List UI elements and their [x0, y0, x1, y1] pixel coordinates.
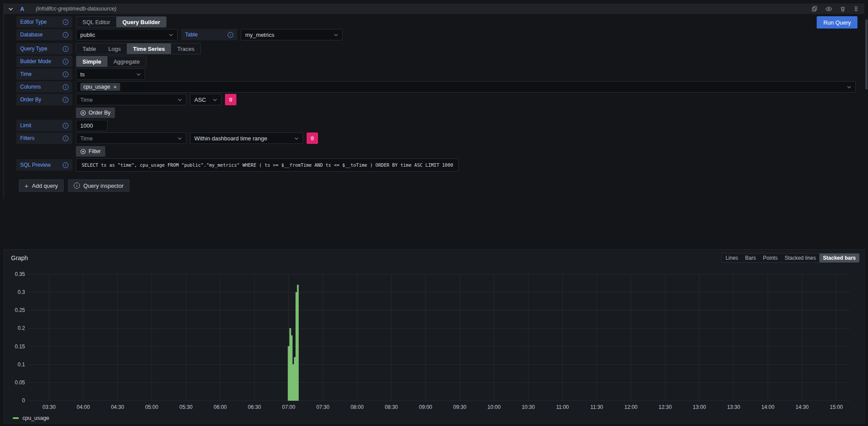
svg-text:0.15: 0.15 — [15, 344, 25, 350]
info-icon[interactable]: i — [63, 59, 68, 64]
chevron-down-icon — [137, 72, 140, 75]
info-icon[interactable]: i — [63, 162, 68, 168]
svg-text:13:30: 13:30 — [727, 404, 740, 410]
panel-title: Graph — [8, 254, 28, 261]
database-value: public — [80, 32, 95, 38]
builder-mode-label-box: Builder Mode i — [16, 56, 72, 67]
svg-text:10:30: 10:30 — [522, 404, 535, 410]
filter-column-value: Time — [80, 135, 93, 142]
database-select[interactable]: public — [76, 29, 178, 40]
builder-mode-toggle: Simple Aggregate — [76, 56, 146, 67]
svg-text:08:00: 08:00 — [350, 404, 364, 410]
chevron-down-icon — [169, 32, 173, 36]
query-row-actions — [811, 5, 859, 13]
query-type-option-time-series[interactable]: Time Series — [127, 43, 171, 54]
legend-series-swatch — [13, 417, 19, 419]
svg-text:14:30: 14:30 — [796, 404, 809, 410]
chevron-down-icon — [178, 97, 182, 100]
svg-text:11:00: 11:00 — [556, 404, 569, 410]
database-row: Database i public Table i my_metrics — [16, 29, 856, 40]
add-order-by-button[interactable]: Order By — [76, 107, 115, 118]
order-by-column-select[interactable]: Time — [76, 94, 186, 105]
svg-text:0.25: 0.25 — [15, 307, 25, 313]
mode-lines[interactable]: Lines — [722, 254, 742, 262]
remove-order-by-button[interactable] — [225, 94, 236, 105]
mode-stacked-lines[interactable]: Stacked lines — [781, 254, 819, 262]
info-icon[interactable]: i — [228, 32, 233, 38]
mode-bars[interactable]: Bars — [742, 254, 760, 262]
info-icon[interactable]: i — [63, 97, 68, 103]
run-query-button[interactable]: Run Query — [817, 16, 857, 29]
legend-item-cpu-usage[interactable]: cpu_usage — [8, 412, 860, 421]
hide-response-eye-icon[interactable] — [825, 5, 832, 13]
chevron-down-icon — [213, 97, 217, 100]
svg-text:0.05: 0.05 — [15, 379, 25, 386]
drag-handle-icon[interactable] — [853, 5, 859, 13]
query-footer: + Add query i Query inspector — [19, 179, 856, 199]
editor-type-toggle: SQL Editor Query Builder — [76, 16, 167, 28]
query-type-option-table[interactable]: Table — [76, 43, 102, 54]
sql-preview-text: SELECT ts as "time", cpu_usage FROM "pub… — [76, 158, 459, 172]
graph-panel-header: Graph Lines Bars Points Stacked lines St… — [8, 252, 860, 264]
info-icon[interactable]: i — [63, 19, 68, 25]
table-value: my_metrics — [245, 32, 274, 38]
columns-multiselect[interactable]: cpu_usage ✕ — [76, 81, 856, 93]
info-icon[interactable]: i — [63, 32, 68, 38]
time-column-select[interactable]: ts — [76, 68, 145, 80]
collapse-chevron-icon[interactable] — [9, 6, 13, 11]
limit-input[interactable] — [76, 120, 107, 131]
svg-text:04:00: 04:00 — [77, 404, 90, 410]
info-icon[interactable]: i — [63, 46, 68, 52]
svg-text:05:30: 05:30 — [179, 404, 193, 410]
order-by-direction-select[interactable]: ASC — [190, 94, 221, 105]
svg-text:08:30: 08:30 — [385, 404, 398, 410]
info-icon[interactable]: i — [63, 84, 68, 90]
builder-mode-option-aggregate[interactable]: Aggregate — [107, 56, 146, 67]
editor-type-option-sql-editor[interactable]: SQL Editor — [76, 17, 116, 27]
mode-points[interactable]: Points — [760, 254, 781, 262]
add-query-button[interactable]: + Add query — [19, 179, 64, 192]
filter-range-select[interactable]: Within dashboard time range — [190, 132, 303, 144]
query-type-option-logs[interactable]: Logs — [102, 43, 127, 54]
info-icon[interactable]: i — [63, 72, 68, 77]
scrollbar-thumb[interactable] — [865, 19, 868, 89]
svg-text:15:00: 15:00 — [830, 404, 843, 410]
info-icon[interactable]: i — [63, 136, 68, 141]
query-ref-id[interactable]: A — [20, 6, 24, 12]
svg-text:04:30: 04:30 — [111, 404, 124, 410]
chevron-down-icon — [295, 136, 298, 139]
duplicate-query-icon[interactable] — [811, 5, 818, 13]
plus-icon: + — [25, 182, 29, 190]
builder-mode-option-simple[interactable]: Simple — [76, 56, 107, 67]
mode-stacked-bars[interactable]: Stacked bars — [819, 254, 859, 262]
filter-column-select[interactable]: Time — [76, 132, 186, 144]
svg-text:05:00: 05:00 — [145, 404, 158, 410]
svg-text:09:00: 09:00 — [419, 404, 432, 410]
columns-row: Columns i cpu_usage ✕ — [16, 81, 856, 93]
svg-text:10:00: 10:00 — [487, 404, 500, 410]
table-select[interactable]: my_metrics — [241, 29, 343, 40]
order-by-label-box: Order By i — [16, 94, 72, 105]
limit-row: Limit i — [16, 120, 856, 131]
filter-range-value: Within dashboard time range — [194, 135, 267, 142]
column-tag-cpu-usage[interactable]: cpu_usage ✕ — [80, 83, 120, 91]
remove-tag-icon[interactable]: ✕ — [113, 85, 117, 89]
chevron-down-icon — [847, 84, 851, 88]
graph-panel: Graph Lines Bars Points Stacked lines St… — [4, 249, 864, 423]
query-row-header[interactable]: A (info8fcc-greptimedb-datasource) — [4, 4, 864, 14]
info-icon[interactable]: i — [63, 123, 68, 129]
time-series-chart[interactable]: 03:3004:0004:3005:0005:3006:0006:3007:00… — [8, 265, 860, 412]
filters-label-box: Filters i — [16, 132, 72, 144]
remove-filter-button[interactable] — [307, 132, 318, 144]
delete-query-trash-icon[interactable] — [839, 5, 846, 13]
query-inspector-button[interactable]: i Query inspector — [68, 179, 129, 192]
svg-text:03:30: 03:30 — [43, 404, 56, 410]
grafana-query-page: A (info8fcc-greptimedb-datasource) Run Q… — [0, 0, 868, 426]
query-type-option-traces[interactable]: Traces — [171, 43, 200, 54]
chevron-down-icon — [334, 32, 338, 36]
editor-type-option-query-builder[interactable]: Query Builder — [116, 17, 166, 27]
svg-text:07:00: 07:00 — [282, 404, 295, 410]
add-filter-button[interactable]: Filter — [76, 146, 105, 157]
svg-text:0: 0 — [22, 397, 25, 404]
time-row: Time i ts — [16, 68, 856, 80]
